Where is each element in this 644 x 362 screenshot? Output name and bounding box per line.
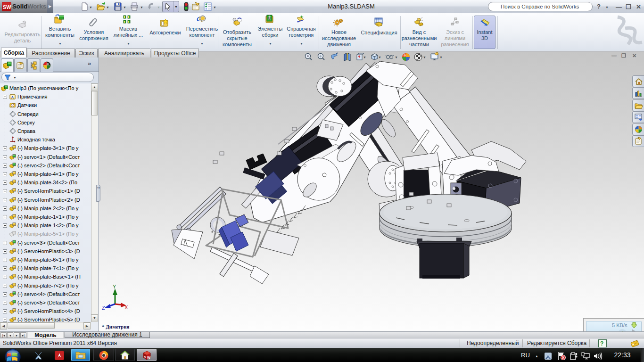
svg-text:Y: Y: [113, 284, 116, 289]
svg-text:S: S: [144, 355, 146, 359]
svg-text:* Диметрия: * Диметрия: [102, 324, 130, 329]
svg-text:X: X: [124, 304, 128, 310]
svg-text:?: ?: [600, 340, 603, 347]
svg-text:W: W: [147, 355, 151, 360]
svg-text:A: A: [11, 95, 14, 99]
svg-text:Z: Z: [102, 305, 105, 311]
